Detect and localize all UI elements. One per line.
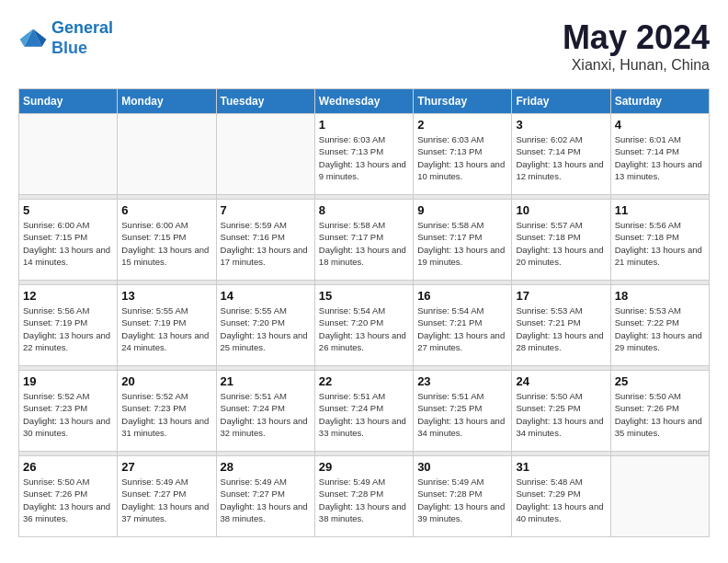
- day-info: Sunrise: 5:56 AMSunset: 7:19 PMDaylight:…: [23, 304, 113, 353]
- calendar-week-row: 5Sunrise: 6:00 AMSunset: 7:15 PMDaylight…: [19, 200, 710, 281]
- calendar-cell: 2Sunrise: 6:03 AMSunset: 7:13 PMDaylight…: [414, 114, 512, 195]
- day-number: 16: [417, 289, 507, 303]
- day-info: Sunrise: 5:49 AMSunset: 7:27 PMDaylight:…: [221, 476, 311, 524]
- day-info: Sunrise: 5:52 AMSunset: 7:23 PMDaylight:…: [121, 390, 211, 439]
- calendar-cell: 30Sunrise: 5:49 AMSunset: 7:28 PMDayligh…: [414, 456, 512, 537]
- calendar-cell: 17Sunrise: 5:53 AMSunset: 7:21 PMDayligh…: [512, 285, 610, 366]
- calendar-cell: [216, 114, 314, 195]
- day-number: 11: [615, 203, 705, 217]
- weekday-header-row: SundayMondayTuesdayWednesdayThursdayFrid…: [19, 89, 710, 114]
- day-number: 4: [615, 118, 705, 132]
- day-info: Sunrise: 5:50 AMSunset: 7:26 PMDaylight:…: [23, 476, 113, 524]
- day-info: Sunrise: 6:00 AMSunset: 7:15 PMDaylight:…: [23, 219, 113, 268]
- day-info: Sunrise: 5:53 AMSunset: 7:22 PMDaylight:…: [615, 304, 705, 353]
- day-info: Sunrise: 5:56 AMSunset: 7:18 PMDaylight:…: [615, 219, 705, 268]
- day-number: 3: [516, 118, 606, 132]
- day-info: Sunrise: 6:03 AMSunset: 7:13 PMDaylight:…: [319, 133, 409, 182]
- logo: General Blue: [18, 18, 113, 58]
- calendar-cell: [19, 114, 118, 195]
- day-number: 24: [516, 374, 606, 388]
- day-number: 31: [516, 460, 606, 474]
- calendar-week-row: 12Sunrise: 5:56 AMSunset: 7:19 PMDayligh…: [19, 285, 710, 366]
- day-info: Sunrise: 6:00 AMSunset: 7:15 PMDaylight:…: [121, 219, 211, 268]
- day-info: Sunrise: 5:59 AMSunset: 7:16 PMDaylight:…: [221, 219, 311, 268]
- day-info: Sunrise: 5:48 AMSunset: 7:29 PMDaylight:…: [516, 476, 606, 524]
- day-info: Sunrise: 5:50 AMSunset: 7:26 PMDaylight:…: [615, 390, 705, 439]
- day-number: 2: [417, 118, 507, 132]
- calendar-cell: 5Sunrise: 6:00 AMSunset: 7:15 PMDaylight…: [19, 200, 118, 281]
- day-info: Sunrise: 5:52 AMSunset: 7:23 PMDaylight:…: [23, 390, 113, 439]
- day-number: 7: [221, 203, 311, 217]
- calendar-cell: 8Sunrise: 5:58 AMSunset: 7:17 PMDaylight…: [314, 200, 413, 281]
- calendar-cell: 28Sunrise: 5:49 AMSunset: 7:27 PMDayligh…: [216, 456, 314, 537]
- day-number: 12: [23, 289, 113, 303]
- weekday-header: Sunday: [19, 89, 118, 114]
- day-number: 6: [121, 203, 211, 217]
- weekday-header: Saturday: [610, 89, 709, 114]
- day-number: 21: [221, 374, 311, 388]
- day-info: Sunrise: 6:02 AMSunset: 7:14 PMDaylight:…: [516, 133, 606, 182]
- month-title: May 2024: [563, 18, 710, 57]
- day-info: Sunrise: 5:55 AMSunset: 7:20 PMDaylight:…: [221, 304, 311, 353]
- day-info: Sunrise: 6:03 AMSunset: 7:13 PMDaylight:…: [417, 133, 507, 182]
- calendar-cell: 29Sunrise: 5:49 AMSunset: 7:28 PMDayligh…: [314, 456, 413, 537]
- day-number: 22: [319, 374, 409, 388]
- day-info: Sunrise: 5:54 AMSunset: 7:20 PMDaylight:…: [319, 304, 409, 353]
- day-number: 27: [121, 460, 211, 474]
- calendar-cell: 20Sunrise: 5:52 AMSunset: 7:23 PMDayligh…: [118, 371, 216, 452]
- calendar-cell: 25Sunrise: 5:50 AMSunset: 7:26 PMDayligh…: [610, 371, 709, 452]
- calendar-cell: 1Sunrise: 6:03 AMSunset: 7:13 PMDaylight…: [314, 114, 413, 195]
- day-info: Sunrise: 5:57 AMSunset: 7:18 PMDaylight:…: [516, 219, 606, 268]
- calendar-cell: 21Sunrise: 5:51 AMSunset: 7:24 PMDayligh…: [216, 371, 314, 452]
- day-info: Sunrise: 5:51 AMSunset: 7:24 PMDaylight:…: [319, 390, 409, 439]
- calendar-cell: [118, 114, 216, 195]
- day-info: Sunrise: 5:49 AMSunset: 7:28 PMDaylight:…: [417, 476, 507, 524]
- calendar-cell: 16Sunrise: 5:54 AMSunset: 7:21 PMDayligh…: [414, 285, 512, 366]
- calendar-cell: 12Sunrise: 5:56 AMSunset: 7:19 PMDayligh…: [19, 285, 118, 366]
- day-number: 1: [319, 118, 409, 132]
- calendar-cell: 9Sunrise: 5:58 AMSunset: 7:17 PMDaylight…: [414, 200, 512, 281]
- location-subtitle: Xianxi, Hunan, China: [563, 57, 710, 74]
- weekday-header: Wednesday: [314, 89, 413, 114]
- day-number: 9: [417, 203, 507, 217]
- calendar-cell: 3Sunrise: 6:02 AMSunset: 7:14 PMDaylight…: [512, 114, 610, 195]
- day-info: Sunrise: 6:01 AMSunset: 7:14 PMDaylight:…: [615, 133, 705, 182]
- calendar-week-row: 19Sunrise: 5:52 AMSunset: 7:23 PMDayligh…: [19, 371, 710, 452]
- day-number: 25: [615, 374, 705, 388]
- day-number: 26: [23, 460, 113, 474]
- calendar-week-row: 26Sunrise: 5:50 AMSunset: 7:26 PMDayligh…: [19, 456, 710, 537]
- weekday-header: Monday: [118, 89, 216, 114]
- day-number: 30: [417, 460, 507, 474]
- day-info: Sunrise: 5:55 AMSunset: 7:19 PMDaylight:…: [121, 304, 211, 353]
- day-number: 23: [417, 374, 507, 388]
- day-number: 17: [516, 289, 606, 303]
- calendar-table: SundayMondayTuesdayWednesdayThursdayFrid…: [18, 88, 710, 537]
- day-info: Sunrise: 5:53 AMSunset: 7:21 PMDaylight:…: [516, 304, 606, 353]
- day-number: 14: [221, 289, 311, 303]
- weekday-header: Thursday: [414, 89, 512, 114]
- day-number: 5: [23, 203, 113, 217]
- logo-text: General Blue: [51, 18, 113, 58]
- calendar-cell: 31Sunrise: 5:48 AMSunset: 7:29 PMDayligh…: [512, 456, 610, 537]
- weekday-header: Tuesday: [216, 89, 314, 114]
- day-number: 13: [121, 289, 211, 303]
- calendar-cell: 23Sunrise: 5:51 AMSunset: 7:25 PMDayligh…: [414, 371, 512, 452]
- day-number: 29: [319, 460, 409, 474]
- calendar-cell: 11Sunrise: 5:56 AMSunset: 7:18 PMDayligh…: [610, 200, 709, 281]
- calendar-cell: 7Sunrise: 5:59 AMSunset: 7:16 PMDaylight…: [216, 200, 314, 281]
- calendar-cell: [610, 456, 709, 537]
- calendar-cell: 26Sunrise: 5:50 AMSunset: 7:26 PMDayligh…: [19, 456, 118, 537]
- day-number: 10: [516, 203, 606, 217]
- day-info: Sunrise: 5:58 AMSunset: 7:17 PMDaylight:…: [417, 219, 507, 268]
- title-section: May 2024 Xianxi, Hunan, China: [563, 18, 710, 74]
- calendar-cell: 27Sunrise: 5:49 AMSunset: 7:27 PMDayligh…: [118, 456, 216, 537]
- day-number: 28: [221, 460, 311, 474]
- day-number: 18: [615, 289, 705, 303]
- logo-icon: [18, 26, 48, 52]
- calendar-cell: 15Sunrise: 5:54 AMSunset: 7:20 PMDayligh…: [314, 285, 413, 366]
- calendar-week-row: 1Sunrise: 6:03 AMSunset: 7:13 PMDaylight…: [19, 114, 710, 195]
- day-info: Sunrise: 5:54 AMSunset: 7:21 PMDaylight:…: [417, 304, 507, 353]
- weekday-header: Friday: [512, 89, 610, 114]
- calendar-cell: 22Sunrise: 5:51 AMSunset: 7:24 PMDayligh…: [314, 371, 413, 452]
- day-info: Sunrise: 5:49 AMSunset: 7:27 PMDaylight:…: [121, 476, 211, 524]
